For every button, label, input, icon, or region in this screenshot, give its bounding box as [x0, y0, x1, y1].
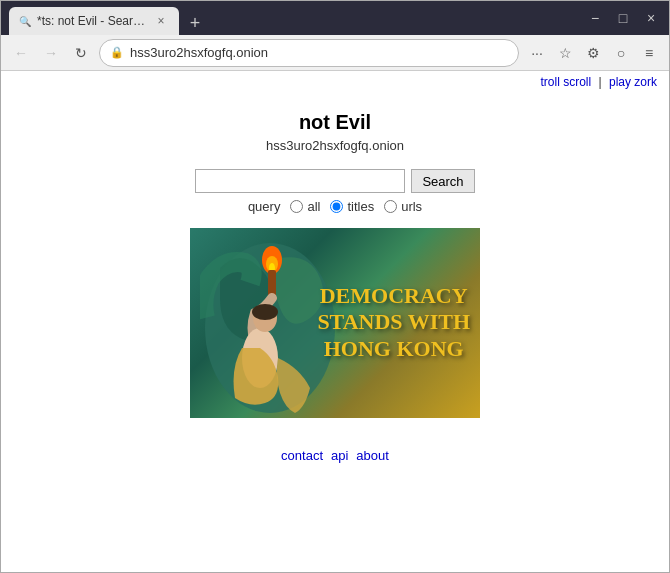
propaganda-line1: DEMOCRACY [317, 283, 470, 309]
play-zork-link[interactable]: play zork [609, 75, 657, 89]
titles-label: titles [347, 199, 374, 214]
tab-bar: 🔍 *ts: not Evil - Search Tor × + [9, 1, 581, 35]
refresh-button[interactable]: ↻ [69, 41, 93, 65]
title-bar: 🔍 *ts: not Evil - Search Tor × + − □ × [1, 1, 669, 35]
top-links: troll scroll | play zork [1, 71, 669, 91]
search-form: Search [195, 169, 474, 193]
address-bar[interactable]: 🔒 hss3uro2hsxfogfq.onion [99, 39, 519, 67]
browser-frame: 🔍 *ts: not Evil - Search Tor × + − □ × ←… [0, 0, 670, 573]
account-icon[interactable]: ○ [609, 41, 633, 65]
propaganda-text: DEMOCRACY STANDS WITH HONG KONG [317, 283, 470, 362]
all-label: all [307, 199, 320, 214]
tab-favicon-icon: 🔍 [19, 16, 31, 27]
search-options: query all titles urls [248, 199, 422, 214]
contact-link[interactable]: contact [281, 448, 323, 463]
site-title: not Evil [299, 111, 371, 134]
bookmark-icon[interactable]: ☆ [553, 41, 577, 65]
more-icon[interactable]: ··· [525, 41, 549, 65]
propaganda-line3: HONG KONG [317, 336, 470, 362]
menu-icon[interactable]: ≡ [637, 41, 661, 65]
all-option[interactable]: all [290, 199, 320, 214]
close-window-button[interactable]: × [641, 8, 661, 28]
query-label: query [248, 199, 281, 214]
nav-bar: ← → ↻ 🔒 hss3uro2hsxfogfq.onion ··· ☆ ⚙ ○… [1, 35, 669, 71]
minimize-button[interactable]: − [585, 8, 605, 28]
nav-right-controls: ··· ☆ ⚙ ○ ≡ [525, 41, 661, 65]
urls-label: urls [401, 199, 422, 214]
address-text: hss3uro2hsxfogfq.onion [130, 45, 508, 60]
about-link[interactable]: about [356, 448, 389, 463]
site-url: hss3uro2hsxfogfq.onion [266, 138, 404, 153]
maximize-button[interactable]: □ [613, 8, 633, 28]
page-content: troll scroll | play zork not Evil hss3ur… [1, 71, 669, 572]
all-radio[interactable] [290, 200, 303, 213]
urls-radio[interactable] [384, 200, 397, 213]
api-link[interactable]: api [331, 448, 348, 463]
propaganda-line2: STANDS WITH [317, 310, 470, 336]
titles-radio[interactable] [330, 200, 343, 213]
new-tab-button[interactable]: + [183, 11, 207, 35]
lock-icon: 🔒 [110, 46, 124, 59]
titles-option[interactable]: titles [330, 199, 374, 214]
propaganda-image-container: DEMOCRACY STANDS WITH HONG KONG [190, 228, 480, 418]
tab-title: *ts: not Evil - Search Tor [37, 14, 147, 28]
link-separator: | [599, 75, 602, 89]
troll-scroll-link[interactable]: troll scroll [540, 75, 591, 89]
propaganda-image: DEMOCRACY STANDS WITH HONG KONG [190, 228, 480, 418]
footer-links: contact api about [281, 448, 389, 463]
window-controls: − □ × [585, 8, 661, 28]
svg-point-7 [252, 304, 278, 320]
extensions-icon[interactable]: ⚙ [581, 41, 605, 65]
forward-button[interactable]: → [39, 41, 63, 65]
urls-option[interactable]: urls [384, 199, 422, 214]
browser-tab[interactable]: 🔍 *ts: not Evil - Search Tor × [9, 7, 179, 35]
tab-close-icon[interactable]: × [153, 13, 169, 29]
search-button[interactable]: Search [411, 169, 474, 193]
back-button[interactable]: ← [9, 41, 33, 65]
search-input[interactable] [195, 169, 405, 193]
